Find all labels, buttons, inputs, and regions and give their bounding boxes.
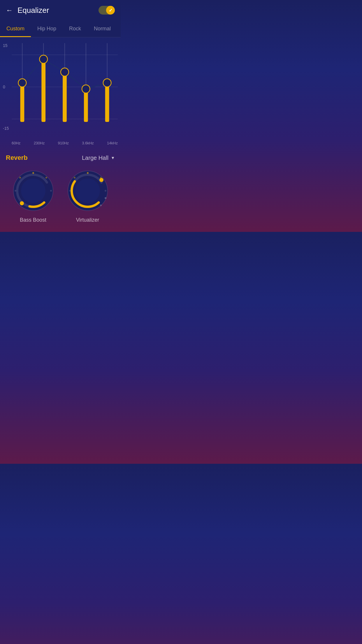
freq-label-910hz: 910Hz [58, 141, 69, 145]
freq-label-14khz: 14kHz [107, 141, 118, 145]
eq-handle-910hz[interactable] [61, 68, 69, 76]
svg-point-33 [105, 197, 106, 199]
svg-point-22 [20, 201, 24, 205]
eq-y-labels: 15 0 -15 [3, 43, 9, 131]
eq-graph [12, 43, 118, 131]
svg-point-34 [100, 204, 102, 206]
svg-point-31 [69, 190, 71, 192]
tab-hiphop[interactable]: Hip Hop [31, 20, 63, 37]
svg-rect-10 [63, 72, 67, 122]
eq-handle-36khz[interactable] [82, 85, 90, 93]
back-button[interactable]: ← [6, 6, 13, 14]
tab-custom[interactable]: Custom [0, 20, 31, 37]
reverb-dropdown[interactable]: Large Hall ▼ [82, 155, 115, 161]
toggle-knob [106, 6, 115, 15]
eq-handle-230hz[interactable] [39, 55, 48, 63]
virtualizer-label: Virtualizer [76, 217, 99, 223]
eq-svg [12, 43, 118, 131]
svg-point-17 [32, 172, 34, 174]
freq-label-36khz: 3.6kHz [82, 141, 94, 145]
eq-label-neg15: -15 [3, 126, 9, 131]
svg-point-18 [45, 177, 47, 178]
header: ← Equalizer [0, 0, 121, 20]
eq-handle-14khz[interactable] [103, 79, 111, 87]
tab-dance[interactable]: Dance [117, 20, 121, 37]
equalizer-toggle[interactable] [99, 6, 115, 15]
svg-point-21 [15, 190, 16, 192]
svg-point-20 [19, 177, 21, 178]
bass-boost-knob-container: Bass Boost [11, 169, 55, 223]
svg-rect-12 [105, 83, 109, 122]
chevron-down-icon: ▼ [111, 155, 115, 160]
virtualizer-knob-container: Virtualizer [66, 169, 110, 223]
preset-tabs: Custom Hip Hop Rock Normal Dance [0, 20, 121, 37]
toggle-switch[interactable] [99, 6, 115, 15]
reverb-label: Reverb [6, 154, 28, 162]
freq-label-60hz: 60Hz [12, 141, 20, 145]
reverb-value: Large Hall [82, 155, 108, 161]
svg-point-29 [105, 190, 106, 192]
svg-rect-8 [20, 83, 24, 122]
svg-point-19 [50, 190, 52, 192]
svg-rect-9 [41, 59, 45, 122]
equalizer-chart: 15 0 -15 [0, 37, 121, 148]
svg-point-30 [74, 177, 75, 178]
bass-boost-label: Bass Boost [20, 217, 46, 223]
eq-label-0: 0 [3, 85, 9, 89]
tab-rock[interactable]: Rock [63, 20, 87, 37]
svg-point-27 [87, 172, 89, 174]
eq-handle-60hz[interactable] [18, 79, 27, 87]
svg-point-32 [99, 178, 103, 182]
svg-point-16 [21, 178, 45, 203]
svg-rect-11 [84, 89, 88, 122]
svg-point-26 [75, 178, 100, 203]
eq-freq-labels: 60Hz 230Hz 910Hz 3.6kHz 14kHz [12, 141, 118, 145]
virtualizer-knob[interactable] [66, 169, 110, 213]
page-title: Equalizer [17, 6, 99, 15]
eq-label-15: 15 [3, 43, 9, 48]
tab-normal[interactable]: Normal [87, 20, 117, 37]
bass-boost-knob[interactable] [11, 169, 55, 213]
reverb-section: Reverb Large Hall ▼ [0, 148, 121, 166]
freq-label-230hz: 230Hz [34, 141, 45, 145]
knobs-section: Bass Boost [0, 166, 121, 232]
